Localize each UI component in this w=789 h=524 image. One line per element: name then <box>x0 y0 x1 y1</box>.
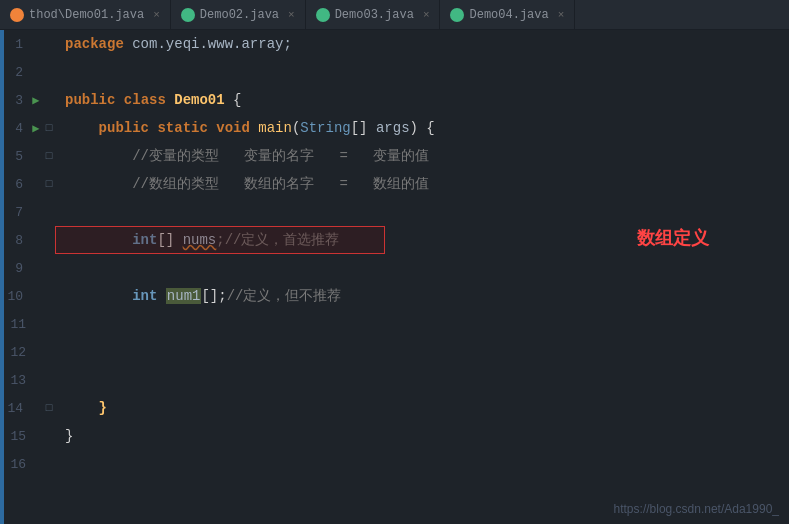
code-text <box>115 92 123 108</box>
line-num-3: 3 <box>4 93 29 108</box>
tab-label-2: Demo02.java <box>200 8 279 22</box>
line-arrow-4: ▶ <box>29 121 43 136</box>
line-num-16: 16 <box>4 457 32 472</box>
line-num-11: 11 <box>4 317 32 332</box>
tab-demo04[interactable]: Demo04.java × <box>440 0 575 29</box>
editor-area: 1 2 3 ▶ 4 ▶ □ 5 <box>0 30 789 524</box>
line-num-5: 5 <box>4 149 29 164</box>
code-text: ( <box>292 120 300 136</box>
code-line-5: //变量的类型 变量的名字 = 变量的值 <box>65 142 789 170</box>
line-arrow-3: ▶ <box>29 93 43 108</box>
line-row: 14 □ <box>4 394 55 422</box>
tab-demo01[interactable]: thod\Demo01.java × <box>0 0 171 29</box>
line-fold-6: □ <box>43 178 55 190</box>
line-row: 15 <box>4 422 55 450</box>
code-text <box>65 148 132 164</box>
tab-demo03[interactable]: Demo03.java × <box>306 0 441 29</box>
code-line-10: int num1 []; //定义，但不推荐 <box>65 282 789 310</box>
line-numbers: 1 2 3 ▶ 4 ▶ □ 5 <box>4 30 55 478</box>
line-row: 4 ▶ □ <box>4 114 55 142</box>
code-line-11 <box>65 310 789 338</box>
line-num-4: 4 <box>4 121 29 136</box>
line-num-1: 1 <box>4 37 29 52</box>
line-num-12: 12 <box>4 345 32 360</box>
code-text <box>149 120 157 136</box>
code-line-13 <box>65 366 789 394</box>
comment-text: //数组的类型 数组的名字 = 数组的值 <box>132 175 429 193</box>
comment-text: //变量的类型 变量的名字 = 变量的值 <box>132 147 429 165</box>
keyword-package: package <box>65 36 124 52</box>
keyword-public: public <box>99 120 149 136</box>
tab-icon-3 <box>316 8 330 22</box>
code-text: [] <box>157 232 182 248</box>
code-text <box>166 92 174 108</box>
comment-text: //定义，但不推荐 <box>227 287 342 305</box>
line-num-7: 7 <box>4 205 29 220</box>
line-row: 12 <box>4 338 55 366</box>
tab-close-2[interactable]: × <box>288 9 295 21</box>
code-line-3: public class Demo01 { <box>65 86 789 114</box>
code-text <box>65 288 132 304</box>
line-row: 9 <box>4 254 55 282</box>
line-fold-4: □ <box>43 122 55 134</box>
code-line-15: } <box>65 422 789 450</box>
line-row: 5 □ <box>4 142 55 170</box>
tab-demo02[interactable]: Demo02.java × <box>171 0 306 29</box>
line-num-13: 13 <box>4 373 32 388</box>
keyword-int: int <box>132 288 157 304</box>
keyword-public: public <box>65 92 115 108</box>
keyword-void: void <box>216 120 250 136</box>
tab-label-4: Demo04.java <box>469 8 548 22</box>
code-text <box>157 288 165 304</box>
keyword-int: int <box>132 232 157 248</box>
code-text: { <box>225 92 242 108</box>
code-line-2 <box>65 58 789 86</box>
code-line-14: } <box>65 394 789 422</box>
tab-bar: thod\Demo01.java × Demo02.java × Demo03.… <box>0 0 789 30</box>
code-text <box>65 400 99 416</box>
line-num-8: 8 <box>4 233 29 248</box>
tab-label-1: thod\Demo01.java <box>29 8 144 22</box>
code-line-6: //数组的类型 数组的名字 = 数组的值 <box>65 170 789 198</box>
line-row: 8 <box>4 226 55 254</box>
keyword-class: class <box>124 92 166 108</box>
code-text <box>250 120 258 136</box>
tab-close-1[interactable]: × <box>153 9 160 21</box>
url-watermark: https://blog.csdn.net/Ada1990_ <box>614 502 779 516</box>
line-num-10: 10 <box>4 289 29 304</box>
annotation-text: 数组定义 <box>637 226 709 250</box>
line-row: 10 <box>4 282 55 310</box>
code-text: []; <box>201 288 226 304</box>
code-line-12 <box>65 338 789 366</box>
class-name: Demo01 <box>174 92 224 108</box>
line-row: 7 <box>4 198 55 226</box>
code-text <box>65 176 132 192</box>
code-text: ) { <box>410 120 435 136</box>
code-line-1: package com.yeqi.www.array; <box>65 30 789 58</box>
code-line-16 <box>65 450 789 478</box>
line-row: 2 <box>4 58 55 86</box>
closing-brace: } <box>99 400 107 416</box>
code-area[interactable]: package com.yeqi.www.array; public class… <box>55 30 789 524</box>
line-num-15: 15 <box>4 429 32 444</box>
code-text <box>208 120 216 136</box>
line-num-9: 9 <box>4 261 29 276</box>
comment-text: ;//定义，首选推荐 <box>216 231 339 249</box>
param-type: String <box>300 120 350 136</box>
code-text: [] <box>351 120 376 136</box>
variable-name-num1: num1 <box>166 288 202 304</box>
tab-close-3[interactable]: × <box>423 9 430 21</box>
gutter: 1 2 3 ▶ 4 ▶ □ 5 <box>0 30 55 524</box>
line-row: 13 <box>4 366 55 394</box>
code-text: } <box>65 428 73 444</box>
tab-close-4[interactable]: × <box>558 9 565 21</box>
tab-label-3: Demo03.java <box>335 8 414 22</box>
variable-name: nums <box>183 232 217 248</box>
line-num-14: 14 <box>4 401 29 416</box>
method-name: main <box>258 120 292 136</box>
tab-icon-2 <box>181 8 195 22</box>
line-num-2: 2 <box>4 65 29 80</box>
line-row: 16 <box>4 450 55 478</box>
code-text <box>65 120 99 136</box>
line-fold-5: □ <box>43 150 55 162</box>
